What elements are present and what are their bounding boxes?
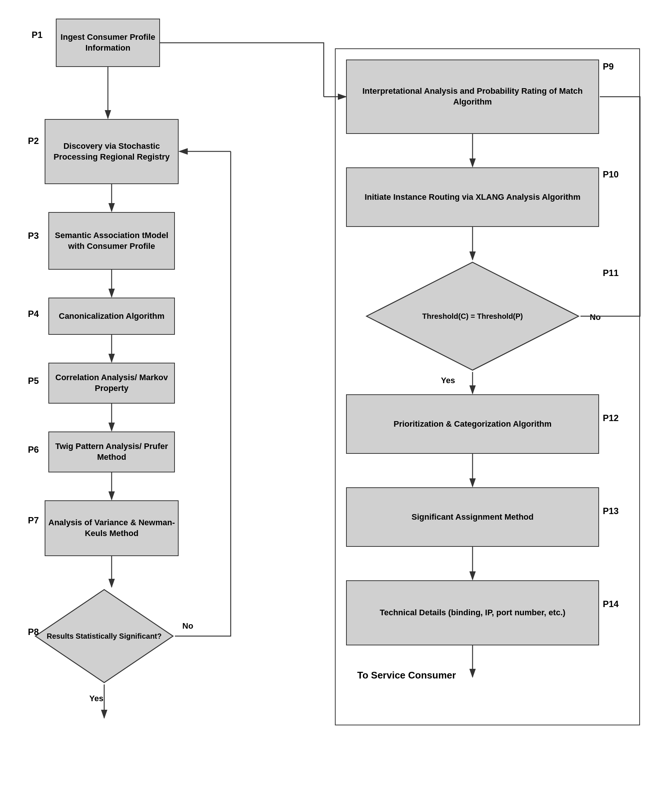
p4-tag: P4 [28, 309, 39, 319]
p10-tag: P10 [603, 169, 619, 180]
p12-box: Prioritization & Categorization Algorith… [346, 394, 599, 454]
p2-label: Discovery via Stochastic Processing Regi… [48, 141, 175, 162]
p12-label: Prioritization & Categorization Algorith… [393, 419, 552, 430]
p9-box: Interpretational Analysis and Probabilit… [346, 60, 599, 134]
p10-label: Initiate Instance Routing via XLANG Anal… [365, 192, 581, 203]
p11-tag: P11 [603, 268, 619, 278]
p13-label: Significant Assignment Method [412, 512, 534, 523]
p13-tag: P13 [603, 506, 619, 516]
no1-label: No [183, 621, 193, 631]
no2-label: No [590, 313, 601, 322]
p8-diamond: Results Statistically Significant? [33, 588, 175, 684]
p3-tag: P3 [28, 231, 39, 241]
p5-tag: P5 [28, 376, 39, 386]
p5-label: Correlation Analysis/ Markov Property [52, 373, 171, 393]
p6-label: Twig Pattern Analysis/ Prufer Method [52, 441, 171, 462]
to-service-label: To Service Consumer [357, 670, 456, 681]
p1-label: Ingest Consumer Profile Information [60, 32, 156, 53]
p14-box: Technical Details (binding, IP, port num… [346, 580, 599, 645]
p4-box: Canonicalization Algorithm [48, 297, 175, 335]
p6-box: Twig Pattern Analysis/ Prufer Method [48, 431, 175, 472]
diagram-container: Ingest Consumer Profile Information P1 D… [0, 0, 672, 786]
p4-label: Canonicalization Algorithm [59, 311, 164, 322]
p1-box: Ingest Consumer Profile Information [56, 19, 160, 67]
p7-label: Analysis of Variance & Newman-Keuls Meth… [48, 517, 175, 539]
p8-tag: P8 [28, 627, 39, 637]
p2-box: Discovery via Stochastic Processing Regi… [45, 119, 179, 184]
p14-tag: P14 [603, 599, 619, 609]
p13-box: Significant Assignment Method [346, 487, 599, 547]
p14-label: Technical Details (binding, IP, port num… [379, 607, 565, 618]
yes2-label: Yes [441, 376, 455, 385]
p9-tag: P9 [603, 61, 614, 72]
p7-box: Analysis of Variance & Newman-Keuls Meth… [45, 500, 179, 556]
p1-tag: P1 [31, 30, 42, 40]
p5-box: Correlation Analysis/ Markov Property [48, 363, 175, 404]
p11-diamond: Threshold(C) = Threshold(P) [365, 260, 581, 372]
p7-tag: P7 [28, 515, 39, 526]
p8-label: Results Statistically Significant? [43, 627, 165, 645]
p2-tag: P2 [28, 136, 39, 146]
p12-tag: P12 [603, 413, 619, 423]
yes-label: Yes [89, 694, 104, 703]
p11-label: Threshold(C) = Threshold(P) [419, 308, 527, 325]
p10-box: Initiate Instance Routing via XLANG Anal… [346, 167, 599, 227]
p3-box: Semantic Association tModel with Consume… [48, 212, 175, 270]
p6-tag: P6 [28, 445, 39, 455]
p3-label: Semantic Association tModel with Consume… [52, 230, 171, 252]
p9-label: Interpretational Analysis and Probabilit… [350, 86, 595, 107]
